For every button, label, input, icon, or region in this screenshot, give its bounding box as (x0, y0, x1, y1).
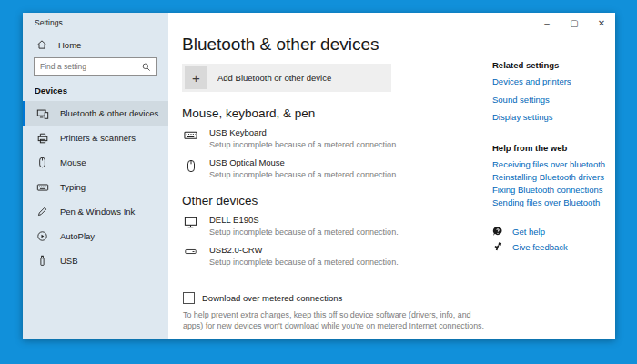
device-name: USB Keyboard (209, 127, 399, 137)
device-row-usb-keyboard[interactable]: USB Keyboard Setup incomplete because of… (183, 127, 500, 149)
section-heading-mouse-keyboard-pen: Mouse, keyboard, & pen (182, 106, 500, 120)
pen-icon (35, 206, 49, 217)
page-title: Bluetooth & other devices (182, 35, 500, 55)
sidebar-item-label: Bluetooth & other devices (60, 108, 158, 118)
minimize-button[interactable]: – (533, 13, 561, 35)
home-icon (35, 39, 48, 50)
section-heading-other-devices: Other devices (182, 194, 500, 207)
search-input[interactable] (35, 62, 141, 71)
get-help-label: Get help (512, 227, 545, 237)
sidebar-item-label: Typing (60, 182, 86, 192)
device-name: DELL E190S (209, 215, 399, 225)
device-name: USB2.0-CRW (209, 245, 399, 255)
devices-icon (35, 107, 49, 120)
link-sound-settings[interactable]: Sound settings (492, 95, 550, 105)
sidebar-item-usb[interactable]: USB (23, 248, 168, 273)
plus-icon: + (185, 66, 207, 89)
window-title: Settings (35, 18, 63, 27)
keyboard-icon (183, 127, 198, 149)
get-help-action[interactable]: Get help (492, 226, 545, 237)
device-row-usb-optical-mouse[interactable]: USB Optical Mouse Setup incomplete becau… (183, 157, 500, 179)
sidebar-item-bluetooth[interactable]: Bluetooth & other devices (23, 101, 168, 126)
maximize-button[interactable]: ▢ (561, 13, 588, 35)
device-name: USB Optical Mouse (209, 157, 399, 167)
checkbox-label: Download over metered connections (202, 293, 342, 303)
home-label: Home (58, 40, 81, 50)
sidebar-item-label: AutoPlay (60, 231, 95, 241)
search-box (34, 57, 157, 76)
sidebar-item-label: Pen & Windows Ink (60, 207, 135, 217)
device-status: Setup incomplete because of a metered co… (209, 170, 399, 179)
sidebar-item-label: Mouse (60, 157, 86, 167)
link-reinstalling-drivers[interactable]: Reinstalling Bluetooth drivers (492, 172, 604, 182)
metered-download-checkbox-row[interactable]: Download over metered connections (183, 292, 500, 304)
drive-icon (183, 245, 198, 267)
mouse-icon (183, 157, 198, 179)
checkbox-unchecked[interactable] (183, 292, 195, 304)
monitor-icon (183, 215, 198, 237)
link-receiving-files[interactable]: Receiving files over bluetooth (492, 159, 605, 169)
window-controls: – ▢ ✕ (533, 13, 615, 35)
related-settings-heading: Related settings (492, 60, 559, 70)
sidebar-item-printers[interactable]: Printers & scanners (23, 126, 168, 150)
sidebar-item-pen[interactable]: Pen & Windows Ink (23, 199, 168, 224)
autoplay-icon (35, 230, 49, 242)
settings-window: – ▢ ✕ Settings Home (23, 13, 615, 339)
search-icon[interactable] (141, 62, 151, 72)
add-device-label: Add Bluetooth or other device (217, 73, 331, 83)
help-from-web-heading: Help from the web (492, 143, 567, 153)
close-button[interactable]: ✕ (588, 13, 615, 35)
sidebar-item-mouse[interactable]: Mouse (23, 150, 168, 175)
sidebar-item-autoplay[interactable]: AutoPlay (23, 224, 168, 248)
printer-icon (35, 132, 49, 145)
feedback-icon (492, 241, 503, 252)
usb-icon (35, 255, 49, 267)
sidebar-item-home[interactable]: Home (35, 39, 81, 50)
sidebar-nav: Bluetooth & other devices Printers & sca… (23, 101, 168, 273)
mouse-icon (35, 157, 49, 168)
link-devices-and-printers[interactable]: Devices and printers (492, 76, 571, 86)
link-display-settings[interactable]: Display settings (492, 112, 553, 122)
sidebar-item-typing[interactable]: Typing (23, 175, 168, 199)
sidebar-item-label: Printers & scanners (60, 133, 136, 143)
give-feedback-label: Give feedback (512, 242, 568, 252)
sidebar: Settings Home Devices (23, 13, 168, 339)
sidebar-item-label: USB (60, 256, 78, 266)
device-status: Setup incomplete because of a metered co… (209, 140, 399, 149)
desktop-background: – ▢ ✕ Settings Home (0, 0, 637, 364)
device-status: Setup incomplete because of a metered co… (209, 228, 399, 237)
get-help-icon (492, 226, 503, 237)
link-fixing-connections[interactable]: Fixing Bluetooth connections (492, 185, 602, 195)
add-device-button[interactable]: + Add Bluetooth or other device (182, 64, 391, 92)
give-feedback-action[interactable]: Give feedback (492, 241, 568, 252)
device-row-dell-monitor[interactable]: DELL E190S Setup incomplete because of a… (183, 215, 500, 237)
link-sending-files[interactable]: Sending files over Bluetooth (492, 197, 600, 207)
keyboard-icon (35, 181, 49, 194)
sidebar-section-label: Devices (35, 86, 67, 96)
metered-description: To help prevent extra charges, keep this… (183, 310, 485, 331)
device-status: Setup incomplete because of a metered co… (209, 258, 399, 267)
main-content: Bluetooth & other devices + Add Bluetoot… (168, 13, 500, 339)
device-row-usb-crw[interactable]: USB2.0-CRW Setup incomplete because of a… (183, 245, 500, 267)
